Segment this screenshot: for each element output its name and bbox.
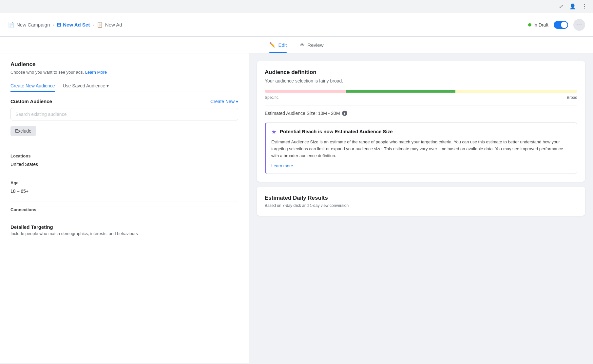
tab-edit[interactable]: ✏️ Edit: [269, 37, 287, 53]
custom-audience-label: Custom Audience: [10, 99, 52, 104]
chevron-down-icon: ▾: [106, 83, 109, 88]
ad-set-icon: ⊞: [57, 22, 61, 28]
audience-definition-card: Audience definition Your audience select…: [257, 61, 585, 182]
more-options-icon: ···: [576, 21, 582, 28]
audience-section-title: Audience: [10, 61, 238, 68]
review-tab-label: Review: [307, 42, 323, 48]
draft-indicator: In Draft: [528, 22, 548, 27]
detailed-targeting-subtitle: Include people who match demographics, i…: [10, 231, 238, 236]
breadcrumb-new-ad[interactable]: 📋 New Ad: [97, 22, 122, 28]
breadcrumb-adset-label: New Ad Set: [63, 22, 90, 27]
age-label: Age: [10, 180, 238, 185]
meter-label-specific: Specific: [265, 95, 278, 100]
meter-divider: [265, 105, 577, 105]
age-section: Age 18 – 65+: [10, 180, 238, 195]
use-saved-label: Use Saved Audience: [63, 83, 105, 88]
campaign-icon: 📄: [8, 22, 14, 28]
toggle-knob: [561, 22, 567, 28]
breadcrumb-campaign-label: New Campaign: [16, 22, 50, 27]
audience-size-info-icon[interactable]: i: [342, 111, 347, 116]
exclude-toggle-btn[interactable]: Exclude: [10, 126, 36, 136]
audience-section-header: Custom Audience Create New ▾: [10, 99, 238, 104]
audience-tabs: Create New Audience Use Saved Audience ▾: [10, 80, 238, 92]
audience-size-row: Estimated Audience Size: 10M - 20M i: [265, 111, 577, 116]
tab-bar: ✏️ Edit 👁 Review: [0, 37, 593, 53]
meter-bar: [265, 90, 577, 93]
audience-definition-subtitle: Your audience selection is fairly broad.: [265, 78, 577, 83]
audience-meter: Specific Broad: [265, 90, 577, 100]
breadcrumb-ad-label: New Ad: [105, 22, 122, 27]
breadcrumb-new-ad-set[interactable]: ⊞ New Ad Set: [57, 22, 90, 28]
create-new-button[interactable]: Create New ▾: [210, 99, 238, 104]
search-audience-wrapper: [10, 108, 238, 120]
audience-section-subtitle: Choose who you want to see your ads. Lea…: [10, 70, 238, 75]
learn-more-link[interactable]: Learn More: [85, 70, 107, 75]
meter-labels: Specific Broad: [265, 95, 577, 100]
age-value: 18 – 65+: [10, 187, 238, 195]
breadcrumb-sep-1: ›: [53, 22, 54, 27]
draft-dot: [528, 23, 531, 27]
locations-section: Locations United States: [10, 154, 238, 168]
star-icon: ★: [271, 128, 277, 136]
use-saved-wrapper: Use Saved Audience ▾: [63, 83, 109, 88]
meter-segment-middle: [346, 90, 455, 93]
audience-size-label: Estimated Audience Size: 10M - 20M: [265, 111, 340, 116]
locations-label: Locations: [10, 154, 238, 158]
top-bar-right: In Draft ···: [528, 19, 585, 31]
tip-title: Potential Reach is now Estimated Audienc…: [280, 128, 393, 135]
detailed-targeting-section: Detailed Targeting Include people who ma…: [10, 224, 238, 236]
edit-tab-label: Edit: [278, 42, 287, 48]
audience-definition-title: Audience definition: [265, 69, 577, 76]
detailed-targeting-title: Detailed Targeting: [10, 224, 238, 230]
right-panel: Audience definition Your audience select…: [249, 53, 593, 363]
create-new-audience-label: Create New Audience: [10, 83, 55, 88]
breadcrumb: 📄 New Campaign › ⊞ New Ad Set › 📋 New Ad: [8, 22, 122, 28]
tip-body: Estimated Audience Size is an estimate o…: [271, 139, 572, 159]
review-tab-icon: 👁: [300, 42, 305, 48]
audience-section-title-row: Audience: [10, 61, 238, 68]
daily-results-title: Estimated Daily Results: [265, 195, 577, 201]
tab-use-saved-audience[interactable]: Use Saved Audience ▾: [63, 80, 109, 92]
divider-1: [10, 148, 238, 148]
daily-results-subtitle: Based on 7-day click and 1-day view conv…: [265, 203, 577, 208]
draft-toggle[interactable]: [554, 21, 568, 29]
divider-4: [10, 219, 238, 219]
user-icon[interactable]: 👤: [569, 3, 576, 10]
meter-segment-specific: [265, 90, 346, 93]
estimated-daily-results-card: Estimated Daily Results Based on 7-day c…: [257, 187, 585, 216]
main-layout: Audience Choose who you want to see your…: [0, 53, 593, 363]
browser-more-icon[interactable]: ⋮: [581, 3, 588, 10]
more-options-button[interactable]: ···: [573, 19, 585, 31]
divider-2: [10, 175, 238, 175]
draft-label: In Draft: [533, 22, 548, 27]
browser-chrome: ⤢ 👤 ⋮: [0, 0, 593, 13]
divider-3: [10, 202, 238, 202]
ad-icon: 📋: [97, 22, 103, 28]
breadcrumb-new-campaign[interactable]: 📄 New Campaign: [8, 22, 50, 28]
edit-tab-icon: ✏️: [269, 42, 276, 48]
resize-icon[interactable]: ⤢: [558, 3, 564, 10]
exclude-label: Exclude: [15, 128, 31, 134]
create-new-label: Create New: [210, 99, 235, 104]
connections-label: Connections: [10, 207, 238, 212]
tip-learn-more-link[interactable]: Learn more: [271, 163, 293, 168]
tab-review[interactable]: 👁 Review: [300, 37, 323, 53]
tab-create-new-audience[interactable]: Create New Audience: [10, 80, 55, 92]
tip-header: ★ Potential Reach is now Estimated Audie…: [271, 128, 572, 136]
breadcrumb-sep-2: ›: [92, 22, 94, 27]
locations-value: United States: [10, 160, 238, 168]
left-panel: Audience Choose who you want to see your…: [0, 53, 249, 363]
top-bar: 📄 New Campaign › ⊞ New Ad Set › 📋 New Ad…: [0, 13, 593, 37]
meter-label-broad: Broad: [567, 95, 577, 100]
meter-segment-broad: [455, 90, 577, 93]
search-audience-input[interactable]: [10, 108, 238, 120]
create-new-dropdown-icon: ▾: [236, 99, 238, 104]
connections-section: Connections: [10, 207, 238, 212]
tip-card: ★ Potential Reach is now Estimated Audie…: [265, 122, 577, 174]
audience-subtitle-text: Choose who you want to see your ads.: [10, 70, 84, 75]
